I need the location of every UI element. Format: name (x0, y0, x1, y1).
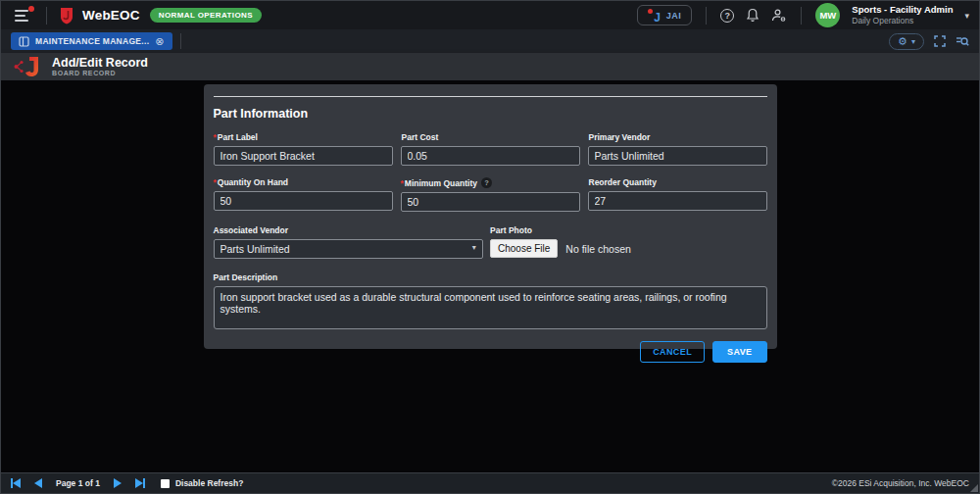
webeoc-logo-icon (59, 7, 74, 25)
field-reorder-quantity: Reorder Quantity (588, 177, 767, 212)
field-label: Part Cost (401, 132, 580, 142)
field-label: Reorder Quantity (588, 177, 767, 187)
field-label: *Part Label (214, 132, 393, 142)
save-button[interactable]: SAVE (712, 341, 766, 363)
user-settings-icon[interactable] (771, 8, 787, 23)
minimum-quantity-input[interactable] (401, 192, 580, 212)
notification-dot (28, 6, 34, 12)
field-part-cost: Part Cost (401, 132, 580, 166)
choose-file-button[interactable]: Choose File (490, 239, 558, 258)
menu-icon[interactable] (15, 8, 34, 24)
field-quantity-on-hand: *Quantity On Hand (214, 177, 393, 212)
field-label: Associated Vendor (214, 225, 483, 235)
field-minimum-quantity: *Minimum Quantity? (401, 177, 580, 212)
part-cost-input[interactable] (401, 146, 580, 166)
top-bar: WebEOC NORMAL OPERATIONS J JAI ? MW Spor… (1, 1, 979, 29)
board-logo-icon (13, 55, 42, 78)
jai-icon: J (648, 9, 661, 22)
field-label: *Minimum Quantity? (401, 177, 580, 188)
part-description-textarea[interactable]: Iron support bracket used as a durable s… (214, 286, 767, 329)
tab-maintenance-management[interactable]: MAINTENANCE MANAGE... ⊗ (11, 32, 172, 50)
reorder-quantity-input[interactable] (588, 191, 767, 211)
disable-refresh-control[interactable]: Disable Refresh? (161, 478, 243, 488)
first-page-icon[interactable] (11, 478, 21, 488)
bell-icon[interactable] (746, 8, 760, 23)
divider (214, 96, 767, 97)
gear-icon: ⚙ (898, 35, 907, 48)
form-grid: *Part Label Part Cost Primary Vendor *Qu… (214, 132, 767, 212)
board-settings-dropdown[interactable]: ⚙ ▾ (889, 33, 924, 50)
board-header: Add/Edit Record BOARD RECORD (1, 53, 979, 80)
page-subtitle: BOARD RECORD (52, 70, 148, 77)
next-page-icon[interactable] (114, 478, 122, 488)
section-title: Part Information (214, 107, 767, 121)
chevron-down-icon[interactable]: ▾ (964, 11, 969, 21)
divider (180, 33, 181, 49)
form-actions: CANCEL SAVE (214, 341, 767, 363)
field-label: *Quantity On Hand (214, 177, 393, 187)
board-icon (19, 36, 29, 47)
user-menu[interactable]: Sports - Facility Admin Daily Operations (852, 4, 953, 26)
divider (46, 7, 47, 25)
search-records-icon[interactable] (956, 35, 969, 47)
page-title: Add/Edit Record (52, 56, 148, 70)
avatar[interactable]: MW (815, 3, 840, 27)
field-label: Part Description (214, 272, 767, 282)
pagination: Page 1 of 1 (11, 478, 145, 488)
chevron-down-icon: ▾ (911, 37, 915, 46)
field-part-description: Part Description Iron support bracket us… (214, 272, 767, 329)
copyright-text: ©2026 ESi Acquisition, Inc. WebEOC (832, 478, 969, 488)
vendor-photo-row: Associated Vendor Parts Unlimited ▾ Part… (214, 225, 767, 259)
part-label-input[interactable] (214, 146, 393, 166)
file-status-text: No file chosen (565, 243, 631, 255)
user-role: Daily Operations (852, 16, 953, 26)
divider (801, 7, 802, 25)
help-icon[interactable]: ? (720, 9, 734, 23)
field-associated-vendor: Associated Vendor Parts Unlimited ▾ (214, 225, 483, 259)
field-primary-vendor: Primary Vendor (588, 132, 767, 166)
field-label: Part Photo (490, 225, 631, 235)
tab-close-icon[interactable]: ⊗ (155, 36, 164, 47)
disable-refresh-checkbox[interactable] (161, 479, 170, 488)
page-indicator: Page 1 of 1 (56, 478, 100, 488)
status-badge: NORMAL OPERATIONS (150, 8, 262, 23)
tab-bar: MAINTENANCE MANAGE... ⊗ ⚙ ▾ (1, 29, 979, 53)
bottom-bar: Page 1 of 1 Disable Refresh? ©2026 ESi A… (1, 472, 979, 493)
divider (706, 7, 707, 25)
jai-button[interactable]: J JAI (637, 5, 693, 25)
user-name: Sports - Facility Admin (852, 4, 953, 16)
resize-handle[interactable] (970, 484, 978, 492)
content-area: Part Information *Part Label Part Cost P… (1, 80, 979, 474)
app-title: WebEOC (82, 8, 140, 23)
field-part-photo: Part Photo Choose File No file chosen (490, 225, 631, 258)
field-part-label: *Part Label (214, 132, 393, 166)
field-label: Primary Vendor (588, 132, 767, 142)
primary-vendor-input[interactable] (588, 146, 767, 166)
tab-label: MAINTENANCE MANAGE... (35, 36, 149, 46)
help-icon[interactable]: ? (481, 177, 492, 188)
fullscreen-icon[interactable] (934, 35, 946, 47)
part-information-panel: Part Information *Part Label Part Cost P… (204, 84, 777, 349)
cancel-button[interactable]: CANCEL (640, 341, 705, 363)
disable-refresh-label: Disable Refresh? (175, 478, 243, 488)
last-page-icon[interactable] (135, 478, 145, 488)
associated-vendor-select[interactable]: Parts Unlimited (214, 239, 483, 259)
quantity-on-hand-input[interactable] (214, 191, 393, 211)
previous-page-icon[interactable] (34, 478, 42, 488)
